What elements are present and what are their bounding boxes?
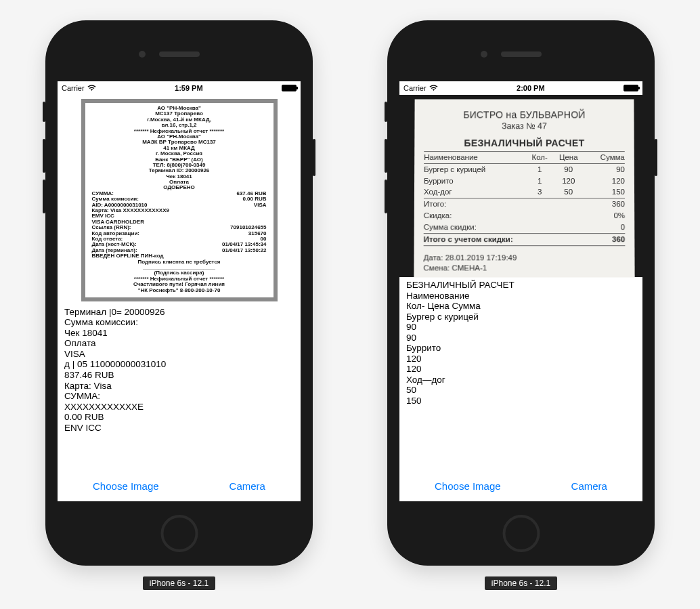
button-bar: Choose Image Camera — [58, 474, 301, 501]
ocr-line: 50 — [406, 385, 636, 396]
ocr-line: 90 — [406, 322, 636, 333]
discount-sum-value: 0 — [584, 222, 625, 233]
status-bar: Carrier 1:59 PM — [58, 81, 301, 95]
ocr-line: 120 — [406, 354, 636, 364]
ocr-line: VISA — [64, 349, 294, 360]
carrier-label: Carrier — [62, 84, 85, 92]
ocr-line: Бургер с курицей — [406, 312, 636, 322]
battery-icon — [624, 85, 638, 91]
ocr-line: ENV ICC — [64, 423, 294, 434]
receipt-title: БИСТРО на БУЛЬВАРНОЙ — [424, 108, 624, 121]
ocr-line: 837.46 RUB — [64, 370, 294, 381]
receipt-body: СУММА:637.46 RUBСумма комиссии:0.00 RUBA… — [92, 191, 267, 259]
speaker-grille — [159, 51, 200, 57]
volume-up — [385, 139, 387, 173]
ocr-output[interactable]: БЕЗНАЛИЧНЫЙ РАСЧЕТНаименованиеКол- Цена … — [399, 277, 642, 474]
table-row: Буррито1120120 — [424, 175, 625, 187]
receipt-scan: АО "РН-Москва"МС137 Тропаревог.Москва, 4… — [81, 99, 278, 301]
power-button — [313, 139, 315, 176]
volume-down — [385, 180, 387, 213]
ocr-line: Терминал |0= 20000926 — [64, 307, 294, 318]
volume-down — [43, 180, 45, 213]
discount-value: 0% — [584, 210, 625, 222]
discount-sum-label: Сумма скидки: — [424, 222, 584, 233]
front-camera — [139, 51, 146, 58]
camera-button[interactable]: Camera — [571, 480, 607, 492]
shift-label: Смена: — [423, 264, 450, 272]
total-label: Итого: — [424, 198, 584, 210]
ocr-line: БЕЗНАЛИЧНЫЙ РАСЧЕТ — [406, 280, 636, 291]
mute-switch — [385, 102, 387, 122]
ocr-line: Карта: Visa — [64, 381, 294, 392]
receipt-row: Карта: Visa XXXXXXXXXXXX9 — [92, 208, 267, 213]
receipt-cashless: БЕЗНАЛИЧНЫЙ РАСЧЕТ — [424, 138, 625, 150]
device-label: iPhone 6s - 12.1 — [485, 576, 557, 590]
ocr-line: 0.00 RUB — [64, 412, 294, 423]
speaker-grille — [501, 51, 542, 57]
status-bar: Carrier 2:00 PM — [399, 81, 642, 95]
ocr-line: Сумма комиссии: — [64, 317, 294, 328]
home-button[interactable] — [160, 515, 198, 552]
clock: 2:00 PM — [517, 84, 545, 92]
receipt-footer: Подпись клиента не требуется____________… — [92, 259, 267, 293]
carrier-label: Carrier — [403, 84, 426, 92]
phone-frame: Carrier 1:59 PM АО "РН-Москва"МС137 Троп… — [45, 20, 313, 566]
col-sum: Сумма — [584, 151, 625, 163]
ocr-line: Оплата — [64, 338, 294, 349]
discount-label: Скидка: — [424, 210, 584, 222]
device-left: Carrier 1:59 PM АО "РН-Москва"МС137 Троп… — [45, 20, 313, 590]
screen: Carrier 2:00 PM БИСТРО на БУЛЬВАРНОЙ Зак… — [399, 81, 642, 501]
front-camera — [481, 51, 487, 58]
receipt-photo: БИСТРО на БУЛЬВАРНОЙ Заказ № 47 БЕЗНАЛИЧ… — [414, 100, 634, 278]
home-button[interactable] — [502, 515, 540, 552]
col-price: Цена — [553, 151, 584, 163]
ocr-line: 150 — [406, 396, 636, 406]
ocr-line: Буррито — [406, 343, 636, 354]
ocr-line: 120 — [406, 364, 636, 375]
receipt-image-area: АО "РН-Москва"МС137 Тропаревог.Москва, 4… — [58, 95, 301, 304]
receipt-image-area: БИСТРО на БУЛЬВАРНОЙ Заказ № 47 БЕЗНАЛИЧ… — [399, 95, 642, 277]
receipt-line: "НК Роснефть" 8-800-200-10-70 — [92, 288, 267, 293]
volume-up — [43, 139, 45, 173]
choose-image-button[interactable]: Choose Image — [93, 480, 159, 492]
wifi-icon — [429, 85, 438, 91]
col-name: Наименование — [424, 151, 527, 163]
ocr-line: Ход—дог — [406, 375, 636, 385]
receipt-table: Наименование Кол- Цена Сумма Бургер с ку… — [424, 151, 626, 247]
ocr-line: ХХХХХХХХХХХХЕ — [64, 402, 294, 413]
screen: Carrier 1:59 PM АО "РН-Москва"МС137 Троп… — [58, 81, 301, 501]
phone-frame: Carrier 2:00 PM БИСТРО на БУЛЬВАРНОЙ Зак… — [387, 20, 655, 566]
receipt-header: АО "РН-Москва"МС137 Тропаревог.Москва, 4… — [92, 106, 267, 191]
ocr-line: Наименование — [406, 291, 636, 301]
table-row: Бургер с курицей19090 — [424, 163, 625, 175]
date-value: 28.01.2019 17:19:49 — [445, 253, 517, 261]
final-value: 360 — [584, 234, 625, 246]
clock: 1:59 PM — [175, 84, 203, 92]
battery-icon — [282, 85, 297, 91]
ocr-line: 90 — [406, 333, 636, 343]
table-row: Ход-дог350150 — [424, 186, 625, 198]
total-value: 360 — [584, 198, 625, 210]
shift-value: СМЕНА-1 — [452, 264, 487, 272]
wifi-icon — [87, 85, 96, 91]
receipt-order: Заказ № 47 — [424, 121, 624, 131]
mute-switch — [43, 102, 45, 122]
choose-image-button[interactable]: Choose Image — [435, 480, 501, 492]
camera-button[interactable]: Camera — [229, 480, 265, 492]
ocr-output[interactable]: Терминал |0= 20000926Сумма комиссии:Чек … — [58, 304, 301, 474]
ocr-line: д | 05 110000000031010 — [64, 359, 294, 370]
date-label: Дата: — [424, 253, 443, 261]
ocr-line: Кол- Цена Сумма — [406, 301, 636, 312]
button-bar: Choose Image Camera — [399, 474, 642, 501]
col-qty: Кол- — [527, 151, 553, 163]
ocr-line: СУММА: — [64, 391, 294, 402]
power-button — [655, 139, 657, 176]
device-label: iPhone 6s - 12.1 — [143, 576, 215, 590]
final-label: Итого с учетом скидки: — [424, 234, 584, 246]
ocr-line: Чек 18041 — [64, 328, 294, 339]
device-right: Carrier 2:00 PM БИСТРО на БУЛЬВАРНОЙ Зак… — [387, 20, 655, 590]
